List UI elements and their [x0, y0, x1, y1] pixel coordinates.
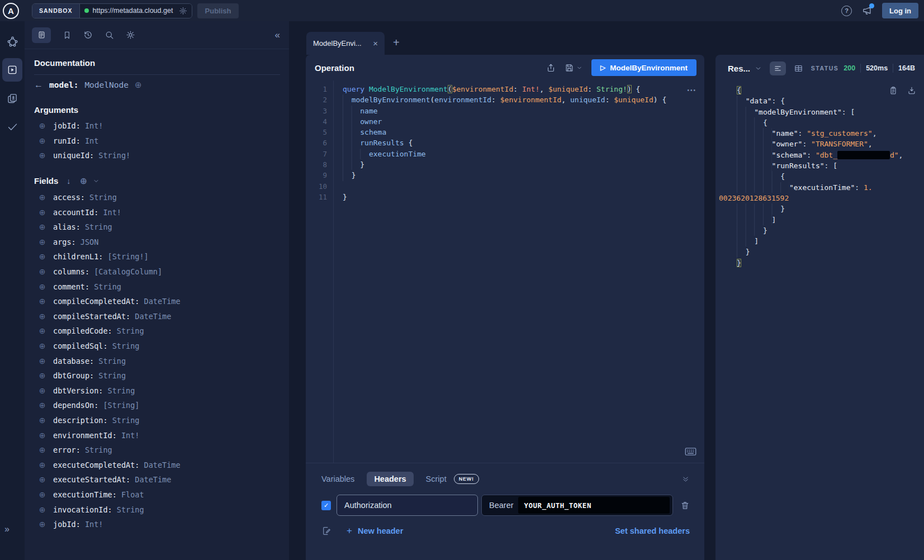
close-tab-icon[interactable]: × — [373, 39, 378, 48]
editor-more-menu-icon[interactable]: ••• — [687, 87, 696, 93]
chevron-down-icon[interactable] — [93, 178, 99, 184]
login-button[interactable]: Log in — [882, 3, 918, 18]
search-icon[interactable] — [105, 30, 114, 40]
schema-field-row[interactable]: ⊕database: String — [34, 353, 280, 368]
add-to-query-icon[interactable]: ⊕ — [37, 252, 47, 261]
query-editor[interactable]: 1234567891011 query ModelByEnvironment($… — [306, 80, 704, 463]
saved-operations-icon[interactable] — [63, 31, 72, 40]
new-tab-icon[interactable]: + — [393, 37, 400, 48]
tab-headers[interactable]: Headers — [367, 472, 413, 486]
schema-field-row[interactable]: ⊕compiledCode: String — [34, 324, 280, 339]
add-to-query-icon[interactable]: ⊕ — [37, 136, 47, 145]
add-to-query-icon[interactable]: ⊕ — [37, 222, 47, 231]
save-operation-control[interactable] — [565, 63, 582, 73]
add-to-query-icon[interactable]: ⊕ — [37, 386, 47, 395]
set-shared-headers-link[interactable]: Set shared headers — [615, 526, 690, 535]
tab-variables[interactable]: Variables — [321, 474, 354, 483]
schema-nav-icon[interactable] — [0, 29, 25, 54]
operation-tab[interactable]: ModelByEnvi... × — [306, 32, 385, 55]
add-to-query-icon[interactable]: ⊕ — [37, 520, 47, 529]
explorer-nav-icon[interactable] — [2, 58, 22, 82]
schema-field-row[interactable]: ⊕comment: String — [34, 279, 280, 294]
announcements-icon[interactable] — [861, 5, 873, 16]
endpoint-settings-gear-icon[interactable] — [179, 7, 187, 15]
schema-field-row[interactable]: ⊕executionTime: Float — [34, 487, 280, 502]
add-to-query-icon[interactable]: ⊕ — [37, 461, 47, 469]
schema-field-row[interactable]: ⊕compiledSql: String — [34, 339, 280, 354]
add-to-query-icon[interactable]: ⊕ — [37, 401, 47, 410]
add-to-query-icon[interactable]: ⊕ — [37, 416, 47, 425]
add-fields-icon[interactable]: ⊕ — [80, 176, 87, 186]
response-title[interactable]: Res... — [728, 64, 750, 73]
tab-script[interactable]: Script — [426, 474, 447, 483]
schema-field-row[interactable]: ⊕jobId: Int! — [34, 517, 280, 532]
breadcrumb-type[interactable]: ModelNode — [84, 80, 129, 89]
schema-field-row[interactable]: ⊕uniqueId: String! — [34, 148, 280, 163]
schema-field-row[interactable]: ⊕error: String — [34, 443, 280, 458]
schema-field-row[interactable]: ⊕childrenL1: [String!] — [34, 249, 280, 264]
download-response-icon[interactable] — [907, 86, 916, 95]
help-icon[interactable]: ? — [841, 6, 852, 16]
add-to-query-icon[interactable]: ⊕ — [37, 371, 47, 380]
add-to-query-icon[interactable]: ⊕ — [37, 326, 47, 335]
schema-field-row[interactable]: ⊕args: JSON — [34, 235, 280, 250]
add-to-query-icon[interactable]: ⊕ — [37, 238, 47, 246]
add-to-query-icon[interactable]: ⊕ — [37, 475, 47, 484]
add-all-fields-icon[interactable]: ⊕ — [135, 80, 142, 90]
back-arrow-icon[interactable]: ← — [34, 80, 43, 90]
editor-code[interactable]: query ModelByEnvironment($environmentId:… — [334, 80, 704, 463]
add-to-query-icon[interactable]: ⊕ — [37, 267, 47, 276]
endpoint-url-input[interactable]: https://metadata.cloud.get — [80, 4, 192, 18]
header-key-input[interactable]: Authorization — [337, 495, 478, 516]
share-operation-icon[interactable] — [546, 63, 556, 73]
add-to-query-icon[interactable]: ⊕ — [37, 193, 47, 202]
collapse-sidebar-icon[interactable]: « — [275, 30, 280, 41]
header-enabled-checkbox[interactable]: ✓ — [321, 501, 331, 510]
keyboard-shortcuts-icon[interactable] — [685, 447, 696, 456]
apollo-logo[interactable]: A — [3, 3, 19, 19]
table-view-toggle-icon[interactable] — [790, 61, 807, 75]
header-preset-icon[interactable] — [321, 526, 331, 536]
schema-field-row[interactable]: ⊕environmentId: Int! — [34, 428, 280, 443]
schema-field-row[interactable]: ⊕jobId: Int! — [34, 118, 280, 134]
documentation-tab-icon[interactable] — [32, 27, 51, 43]
add-to-query-icon[interactable]: ⊕ — [37, 151, 47, 160]
schema-field-row[interactable]: ⊕runId: Int — [34, 134, 280, 149]
schema-field-row[interactable]: ⊕executeStartedAt: DateTime — [34, 472, 280, 487]
delete-header-icon[interactable] — [680, 501, 690, 510]
copy-response-icon[interactable] — [889, 86, 898, 95]
run-operation-button[interactable]: ▷ ModelByEnvironment — [591, 59, 696, 76]
add-to-query-icon[interactable]: ⊕ — [37, 282, 47, 291]
add-to-query-icon[interactable]: ⊕ — [37, 505, 47, 514]
add-to-query-icon[interactable]: ⊕ — [37, 445, 47, 454]
add-to-query-icon[interactable]: ⊕ — [37, 341, 47, 350]
history-icon[interactable] — [83, 30, 93, 40]
response-dropdown-chevron-icon[interactable] — [755, 65, 762, 72]
schema-field-row[interactable]: ⊕description: String — [34, 413, 280, 428]
expand-rail-icon[interactable]: » — [4, 524, 10, 534]
schema-field-row[interactable]: ⊕access: String — [34, 190, 280, 205]
add-to-query-icon[interactable]: ⊕ — [37, 357, 47, 366]
new-header-button[interactable]: + New header — [347, 525, 403, 537]
schema-field-row[interactable]: ⊕alias: String — [34, 220, 280, 235]
settings-gear-icon[interactable] — [126, 30, 135, 40]
operations-nav-icon[interactable] — [0, 86, 25, 111]
sort-fields-icon[interactable]: ↓ — [67, 177, 70, 186]
checks-nav-icon[interactable] — [0, 114, 25, 139]
collapse-dock-icon[interactable] — [681, 475, 690, 483]
add-to-query-icon[interactable]: ⊕ — [37, 312, 47, 321]
schema-field-row[interactable]: ⊕dependsOn: [String] — [34, 398, 280, 413]
graph-endpoint-chip[interactable]: SANDBOX https://metadata.cloud.get — [32, 3, 192, 18]
schema-field-row[interactable]: ⊕dbtGroup: String — [34, 368, 280, 383]
publish-button[interactable]: Publish — [197, 3, 239, 18]
schema-field-row[interactable]: ⊕accountId: Int! — [34, 205, 280, 220]
schema-field-row[interactable]: ⊕compileStartedAt: DateTime — [34, 309, 280, 324]
raw-view-toggle-icon[interactable] — [770, 61, 786, 75]
add-to-query-icon[interactable]: ⊕ — [37, 208, 47, 217]
add-to-query-icon[interactable]: ⊕ — [37, 297, 47, 306]
header-value-input[interactable]: Bearer YOUR_AUTH_TOKEN — [481, 495, 673, 516]
add-to-query-icon[interactable]: ⊕ — [37, 121, 47, 130]
schema-field-row[interactable]: ⊕columns: [CatalogColumn] — [34, 264, 280, 279]
schema-field-row[interactable]: ⊕dbtVersion: String — [34, 383, 280, 398]
add-to-query-icon[interactable]: ⊕ — [37, 490, 47, 499]
